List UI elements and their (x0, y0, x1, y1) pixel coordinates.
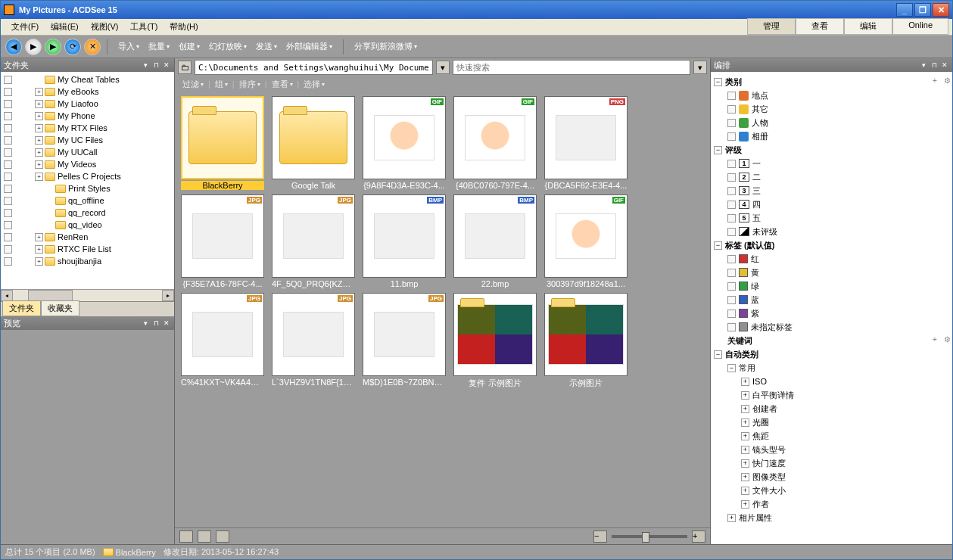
zoom-in-button[interactable]: + (692, 530, 705, 543)
nav-home-button[interactable]: ⟳ (64, 39, 81, 55)
expand-icon[interactable]: + (35, 88, 43, 96)
expand-icon[interactable]: + (35, 257, 43, 266)
expand-icon[interactable]: + (35, 245, 43, 254)
category-item[interactable]: 2二 (711, 170, 952, 184)
expand-icon[interactable]: + (741, 459, 749, 468)
category-item[interactable]: +ISO (711, 375, 952, 388)
checkbox-icon[interactable] (727, 187, 736, 195)
checkbox-icon[interactable] (4, 257, 12, 266)
thumbnail-item[interactable]: GIF{9A8F4D3A-E93C-4... (361, 96, 447, 190)
checkbox-icon[interactable] (727, 132, 736, 141)
expand-icon[interactable]: + (727, 514, 736, 522)
quick-search-input[interactable] (453, 60, 691, 75)
toolbar-menu[interactable]: 外部编辑器 (282, 39, 337, 54)
expand-icon[interactable]: + (741, 500, 749, 509)
category-item[interactable]: 1一 (711, 157, 952, 170)
thumbnail-item[interactable]: BMP11.bmp (361, 194, 447, 288)
thumbnail-item[interactable]: JPGM$D)1E0B~7Z0BNV[... (361, 293, 447, 389)
toolbar-menu[interactable]: 导入 (114, 39, 144, 54)
category-item[interactable]: 紫 (711, 306, 952, 320)
checkbox-icon[interactable] (4, 76, 12, 84)
expand-icon[interactable]: + (741, 487, 749, 495)
checkbox-icon[interactable] (727, 296, 736, 304)
thumbnail-item[interactable]: BMP22.bmp (452, 194, 538, 288)
tree-node[interactable]: Print Styles (1, 182, 174, 194)
checkbox-icon[interactable] (727, 201, 736, 209)
checkbox-icon[interactable] (727, 160, 736, 168)
expand-icon[interactable]: + (35, 136, 43, 145)
checkbox-icon[interactable] (4, 245, 12, 254)
checkbox-icon[interactable] (727, 228, 736, 236)
panel-tab[interactable]: 收藏夹 (41, 300, 79, 316)
collapse-icon[interactable]: − (714, 350, 722, 359)
checkbox-icon[interactable] (727, 214, 736, 222)
expand-icon[interactable]: + (741, 405, 749, 413)
checkbox-icon[interactable] (4, 88, 12, 96)
menu-item[interactable]: 文件(F) (5, 20, 45, 34)
nav-stop-button[interactable]: ✕ (84, 39, 101, 55)
view-mode-button[interactable] (179, 530, 193, 543)
thumbnail-item[interactable]: JPG{F35E7A16-78FC-4... (179, 194, 266, 288)
menu-item[interactable]: 工具(T) (124, 20, 164, 34)
category-item[interactable]: 人物 (711, 116, 952, 129)
expand-icon[interactable]: + (741, 473, 749, 481)
category-item[interactable]: 4四 (711, 198, 952, 211)
category-item[interactable]: 未评级 (711, 225, 952, 238)
category-item[interactable]: +图像类型 (711, 470, 952, 484)
category-item[interactable]: +镜头型号 (711, 443, 952, 456)
tree-node[interactable]: +My Videos (1, 158, 174, 170)
gear-icon[interactable]: ⚙ (942, 335, 952, 346)
thumbnail-item[interactable]: JPG4F_5Q0_PRQ6{KZ$C... (270, 194, 357, 288)
panel-pin-icon[interactable]: ⊓ (930, 61, 939, 70)
collapse-icon[interactable]: − (714, 78, 722, 86)
expand-icon[interactable]: + (741, 418, 749, 427)
mode-tab[interactable]: 管理 (747, 18, 796, 35)
panel-menu-icon[interactable]: ▾ (141, 61, 150, 70)
category-item[interactable]: 地点 (711, 89, 952, 102)
tree-node[interactable]: +shoujibanjia (1, 255, 174, 267)
category-item[interactable]: 黄 (711, 266, 952, 279)
maximize-button[interactable]: ❐ (914, 3, 931, 17)
toolbar-menu[interactable]: 创建 (174, 39, 204, 54)
checkbox-icon[interactable] (727, 173, 736, 182)
tree-node[interactable]: qq_record (1, 207, 174, 219)
expand-icon[interactable]: + (741, 378, 749, 386)
checkbox-icon[interactable] (4, 197, 12, 205)
filter-menu[interactable]: 排序 (236, 78, 263, 91)
panel-pin-icon[interactable]: ⊓ (151, 61, 160, 70)
checkbox-icon[interactable] (727, 310, 736, 318)
category-item[interactable]: 未指定标签 (711, 320, 952, 334)
mode-tab[interactable]: 查看 (796, 18, 844, 35)
tree-node[interactable]: +My Phone (1, 110, 174, 122)
expand-icon[interactable]: + (35, 233, 43, 241)
category-item[interactable]: +光圈 (711, 415, 952, 429)
category-item[interactable]: −常用 (711, 361, 952, 375)
tree-node[interactable]: qq_offline (1, 194, 174, 207)
path-folder-icon[interactable]: 🗀 (178, 61, 192, 74)
category-item[interactable]: +相片属性 (711, 511, 952, 524)
checkbox-icon[interactable] (4, 209, 12, 217)
minimize-button[interactable]: _ (896, 3, 913, 17)
category-item[interactable]: 其它 (711, 102, 952, 116)
filter-menu[interactable]: 选择 (301, 78, 328, 91)
expand-icon[interactable]: + (741, 446, 749, 454)
zoom-slider[interactable] (612, 535, 687, 538)
tree-node[interactable]: +My UC Files (1, 134, 174, 146)
checkbox-icon[interactable] (727, 105, 736, 114)
checkbox-icon[interactable] (727, 269, 736, 277)
category-item[interactable]: +作者 (711, 497, 952, 511)
tree-node[interactable]: qq_video (1, 219, 174, 231)
checkbox-icon[interactable] (727, 119, 736, 127)
category-item[interactable]: 相册 (711, 129, 952, 143)
expand-icon[interactable]: + (35, 124, 43, 132)
path-input[interactable] (195, 60, 433, 75)
filter-menu[interactable]: 过滤 (179, 78, 207, 91)
path-dropdown-icon[interactable]: ▾ (436, 61, 450, 74)
checkbox-icon[interactable] (4, 185, 12, 193)
section-header[interactable]: −类别+⚙ (711, 75, 952, 89)
panel-menu-icon[interactable]: ▾ (919, 61, 928, 70)
tree-node[interactable]: +My UUCall (1, 146, 174, 158)
thumbnail-grid[interactable]: BlackBerryGoogle TalkGIF{9A8F4D3A-E93C-4… (175, 92, 710, 527)
thumbnail-item[interactable]: GIF{40BC0760-797E-4... (452, 96, 538, 190)
filter-menu[interactable]: 组 (212, 78, 231, 91)
